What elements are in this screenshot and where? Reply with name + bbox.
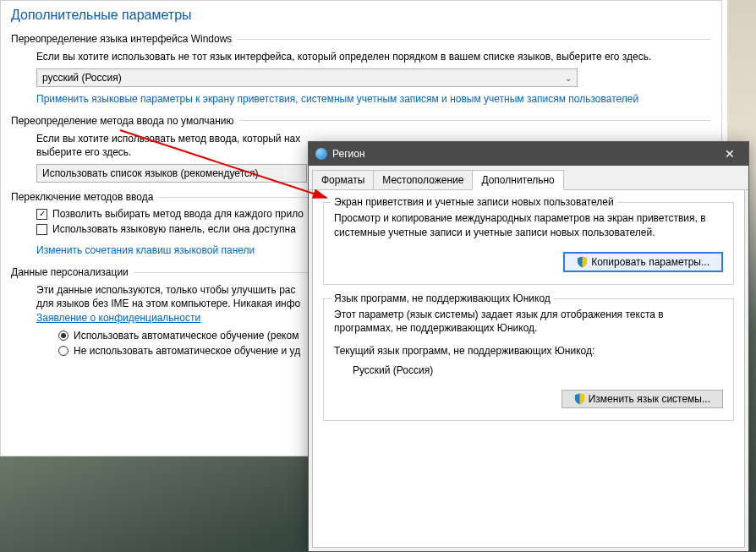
fieldset-legend: Экран приветствия и учетные записи новых… — [331, 196, 617, 208]
tab-advanced[interactable]: Дополнительно — [472, 170, 563, 190]
chevron-down-icon: ⌄ — [565, 74, 572, 83]
group-heading: Переопределение метода ввода по умолчани… — [11, 115, 234, 127]
fieldset-non-unicode: Язык программ, не поддерживающих Юникод … — [323, 298, 734, 421]
fieldset-welcome-screen: Экран приветствия и учетные записи новых… — [323, 202, 734, 285]
group-description: Если вы хотите использовать не тот язык … — [36, 50, 711, 63]
current-language-value: Русский (Россия) — [353, 363, 723, 378]
tab-formats[interactable]: Форматы — [312, 170, 374, 190]
radio-label: Использовать автоматическое обучение (ре… — [74, 330, 299, 342]
change-system-locale-button[interactable]: Изменить язык системы... — [562, 390, 723, 408]
tab-content-advanced: Экран приветствия и учетные записи новых… — [312, 190, 745, 548]
display-language-dropdown[interactable]: русский (Россия) ⌄ — [36, 68, 578, 87]
dropdown-value: русский (Россия) — [42, 72, 122, 84]
dialog-titlebar[interactable]: Регион ✕ — [309, 142, 748, 166]
copy-settings-button[interactable]: Копировать параметры... — [563, 252, 723, 272]
checkbox-label: Позволить выбирать метод ввода для каждо… — [52, 208, 304, 220]
divider — [237, 39, 711, 40]
dropdown-value: Использовать список языков (рекомендуетс… — [42, 167, 259, 179]
current-language-label: Текущий язык программ, не поддерживающих… — [334, 344, 723, 358]
group-heading: Данные персонализации — [11, 266, 129, 278]
fieldset-description: Просмотр и копирование международных пар… — [334, 211, 723, 240]
radio-label: Не использовать автоматическое обучение … — [74, 345, 300, 357]
fieldset-legend: Язык программ, не поддерживающих Юникод — [331, 292, 554, 304]
button-label: Изменить язык системы... — [589, 393, 710, 405]
checkbox-icon: ✓ — [36, 209, 47, 220]
globe-icon — [315, 148, 327, 160]
checkbox-label: Использовать языковую панель, если она д… — [52, 223, 296, 235]
group-display-language-override: Переопределение языка интерфейса Windows… — [11, 33, 711, 107]
divider — [239, 120, 711, 121]
radio-icon — [58, 331, 68, 341]
close-button[interactable]: ✕ — [711, 142, 748, 166]
shield-icon — [574, 393, 585, 405]
group-heading: Переключение методов ввода — [11, 191, 153, 203]
group-heading: Переопределение языка интерфейса Windows — [11, 33, 232, 45]
region-dialog: Регион ✕ Форматы Местоположение Дополнит… — [308, 141, 749, 552]
fieldset-description: Этот параметр (язык системы) задает язык… — [334, 308, 723, 336]
checkbox-icon — [36, 224, 47, 235]
apply-language-link[interactable]: Применить языковые параметры к экрану пр… — [36, 92, 638, 107]
change-hotkeys-link[interactable]: Изменить сочетания клавиш языковой панел… — [36, 243, 255, 258]
radio-icon — [58, 346, 68, 356]
close-icon: ✕ — [725, 147, 735, 161]
page-title: Дополнительные параметры — [11, 8, 711, 23]
shield-icon — [577, 256, 588, 268]
privacy-statement-link[interactable]: Заявление о конфиденциальности — [36, 311, 200, 325]
tab-location[interactable]: Местоположение — [373, 170, 473, 190]
dialog-title: Регион — [332, 148, 365, 160]
input-method-dropdown[interactable]: Использовать список языков (рекомендуетс… — [36, 164, 307, 183]
tab-strip: Форматы Местоположение Дополнительно — [309, 166, 748, 190]
button-label: Копировать параметры... — [591, 256, 709, 268]
